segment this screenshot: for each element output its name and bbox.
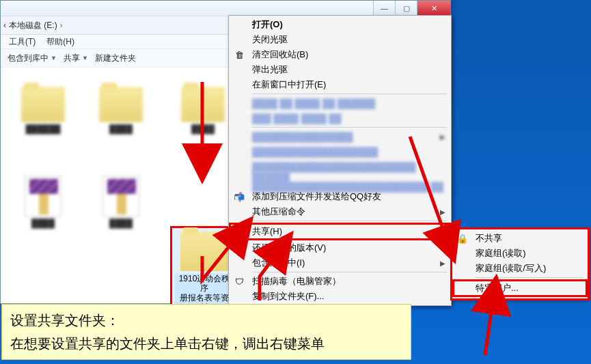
ctx-blur-3[interactable]: ████████████████ ▶ <box>229 129 451 144</box>
ctx-blur-4[interactable]: ████████████████████ <box>229 144 451 159</box>
ctx-share[interactable]: 共享(H)▶ <box>229 223 451 240</box>
sub-hg-read[interactable]: 家庭组(读取) <box>452 246 588 261</box>
folder-item[interactable]: ██████ <box>10 87 76 134</box>
share-button[interactable]: 共享▼ <box>64 53 88 64</box>
breadcrumb[interactable]: ‹ 本地磁盘 (E:) › <box>3 20 63 31</box>
maximize-button[interactable]: ▢ <box>395 1 417 16</box>
archive-item[interactable]: ████ <box>10 176 76 228</box>
breadcrumb-disk[interactable]: 本地磁盘 (E:) <box>9 20 57 31</box>
include-library-button[interactable]: 包含到库中▼ <box>8 53 57 64</box>
new-folder-button[interactable]: 新建文件夹 <box>95 53 136 64</box>
svg-line-2 <box>485 307 492 355</box>
ctx-close-drive[interactable]: 关闭光驱 <box>229 32 451 47</box>
separator <box>252 272 447 272</box>
ctx-blur-2[interactable]: ███ ████ ████ ██ <box>229 111 451 126</box>
sub-specific-user[interactable]: 特定用户... <box>452 279 588 297</box>
archive-item[interactable]: ████ <box>88 176 154 228</box>
titlebar: — ▢ ✕ <box>1 1 450 16</box>
annotation-box: 设置共享文件夹： 在想要设置共享的文件夹上单击右键，调出右键菜单 <box>1 304 411 360</box>
sub-noshare[interactable]: 🔒 不共享 <box>452 231 588 246</box>
folder-item[interactable]: ████ <box>170 87 236 134</box>
chevron-down-icon: ▼ <box>82 55 88 61</box>
ctx-qq-zip[interactable]: 📬 添加到压缩文件并发送给QQ好友 <box>229 189 451 204</box>
menu-tools[interactable]: 工具(T) <box>9 36 36 48</box>
menu-help[interactable]: 帮助(H) <box>46 36 74 48</box>
ctx-restore[interactable]: 还原以前的版本(V) <box>229 240 451 255</box>
annotation-line2: 在想要设置共享的文件夹上单击右键，调出右键菜单 <box>10 332 402 355</box>
separator <box>252 94 447 94</box>
archive-icon <box>25 176 61 216</box>
ctx-eject[interactable]: 弹出光驱 <box>229 62 451 77</box>
folder-icon <box>21 87 65 122</box>
folder-icon <box>180 232 228 271</box>
chevron-right-icon: › <box>60 20 63 30</box>
ctx-empty-bin[interactable]: 🗑 清空回收站(B) <box>229 47 451 62</box>
chevron-down-icon: ▼ <box>51 55 57 61</box>
folder-icon <box>99 87 143 122</box>
close-button[interactable]: ✕ <box>417 1 450 16</box>
ctx-blur-6[interactable]: ██████ ████████████████████████████ ██ <box>229 174 451 189</box>
context-menu[interactable]: 打开(O) 关闭光驱 🗑 清空回收站(B) 弹出光驱 在新窗口中打开(E) ██… <box>228 15 452 306</box>
ctx-new-window[interactable]: 在新窗口中打开(E) <box>229 77 451 92</box>
lock-icon: 🔒 <box>457 233 468 244</box>
ctx-scan[interactable]: 🛡 扫描病毒（电脑管家） <box>229 274 451 289</box>
recycle-bin-icon: 🗑 <box>234 49 245 60</box>
ctx-copy-to[interactable]: 复制到文件夹(F)... <box>229 289 451 304</box>
qq-mail-icon: 📬 <box>234 191 245 202</box>
separator <box>252 221 447 221</box>
ctx-blur-1[interactable]: ████ ██ ████ ██ ██████ <box>229 96 451 111</box>
back-arrow-icon[interactable]: ‹ <box>3 20 6 30</box>
ctx-open[interactable]: 打开(O) <box>229 17 451 32</box>
share-submenu[interactable]: 🔒 不共享 家庭组(读取) 家庭组(读取/写入) 特定用户... <box>452 229 588 299</box>
separator <box>252 127 447 128</box>
ctx-other-zip[interactable]: 其他压缩命令▶ <box>229 204 451 219</box>
separator <box>476 277 583 278</box>
chevron-right-icon: ▶ <box>440 208 445 216</box>
minimize-button[interactable]: — <box>373 1 395 16</box>
archive-icon <box>102 176 139 216</box>
shield-icon: 🛡 <box>234 276 245 287</box>
window-controls: — ▢ ✕ <box>373 1 450 16</box>
chevron-right-icon: ▶ <box>438 228 443 236</box>
folder-item[interactable]: ████ <box>88 87 154 134</box>
sub-hg-rw[interactable]: 家庭组(读取/写入) <box>452 261 588 276</box>
annotation-line1: 设置共享文件夹： <box>10 309 402 332</box>
chevron-right-icon: ▶ <box>440 260 445 267</box>
ctx-include-lib[interactable]: 包含到库中(I)▶ <box>229 255 451 270</box>
folder-icon <box>181 87 225 122</box>
